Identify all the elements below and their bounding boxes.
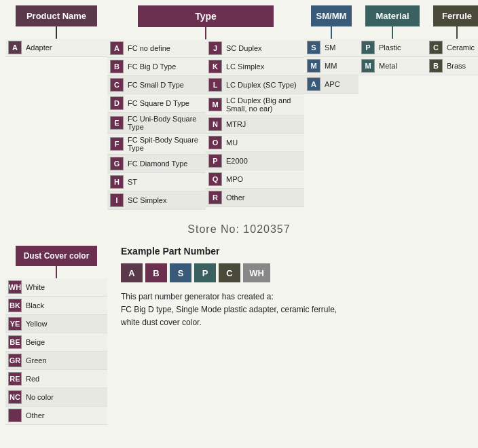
code-box: I: [110, 193, 124, 207]
smm-connector: [331, 26, 332, 39]
pn-box-p: P: [194, 263, 216, 282]
row-label: FC Square D Type: [128, 99, 189, 107]
code-box: S: [307, 41, 320, 54]
type-header-box: Type: [107, 5, 304, 39]
col-material: Material PPlasticMMetal: [358, 5, 426, 210]
row-label: Beige: [26, 338, 45, 346]
code-box: M: [208, 98, 222, 111]
row-label: MM: [325, 62, 337, 70]
code-box: E: [110, 116, 124, 130]
example-title: Example Part Number: [121, 246, 473, 257]
row-label: Brass: [447, 62, 466, 70]
code-box: NC: [8, 390, 22, 404]
pn-box-c: C: [219, 263, 240, 282]
type-header: Type: [138, 5, 274, 27]
pn-box-a: A: [121, 263, 143, 282]
code-box: F: [110, 137, 124, 151]
code-box: D: [110, 96, 124, 110]
row-label: ST: [128, 178, 137, 186]
code-box: P: [361, 41, 375, 54]
list-item: AAdapter: [5, 39, 107, 57]
row-label: FC Big D Type: [128, 62, 176, 71]
material-connector: [392, 26, 393, 39]
type-left-rows: AFC no defineBFC Big D TypeCFC Small D T…: [107, 39, 206, 210]
example-description: This part number generator has created a…: [121, 291, 473, 330]
code-box: [8, 409, 22, 422]
code-box: YE: [8, 317, 22, 331]
list-item: DFC Square D Type: [107, 94, 206, 113]
type-right-rows: JSC DuplexKLC SimplexLLC Duplex (SC Type…: [206, 39, 304, 210]
code-box: L: [208, 78, 222, 92]
row-label: White: [26, 283, 45, 291]
code-box: C: [110, 78, 124, 92]
code-box: A: [8, 41, 22, 54]
material-header-box: Material: [358, 5, 426, 39]
example-section: Example Part Number A B S P C WH This pa…: [121, 246, 473, 425]
code-box: A: [307, 77, 320, 91]
row-label: LC Simplex: [226, 62, 264, 71]
list-item: WHWhite: [5, 278, 107, 297]
ferrule-header: Ferrule: [433, 5, 478, 26]
dust-connector: [56, 266, 57, 278]
list-item: GRGreen: [5, 352, 107, 370]
product-rows: AAdapter: [5, 39, 107, 57]
pn-box-b: B: [145, 263, 167, 282]
row-label: FC Uni-Body Square Type: [128, 115, 203, 131]
type-connector: [205, 27, 206, 39]
row-label: MTRJ: [226, 120, 246, 128]
list-item: CFC Small D Type: [107, 76, 206, 94]
material-rows: PPlasticMMetal: [358, 39, 426, 75]
smm-rows: SSMMMMAAPC: [304, 39, 358, 94]
row-label: FC no define: [128, 44, 170, 52]
list-item: NMTRJ: [206, 115, 304, 134]
material-header: Material: [365, 5, 420, 26]
code-box: J: [208, 41, 222, 55]
pn-box-s: S: [170, 263, 191, 282]
row-label: Yellow: [26, 320, 47, 328]
smm-header: SM/MM: [311, 5, 352, 26]
code-box: P: [208, 154, 222, 168]
ferrule-connector: [456, 26, 458, 39]
code-box: M: [361, 59, 375, 73]
list-item: AAPC: [304, 75, 358, 94]
list-item: MMetal: [358, 57, 426, 75]
code-box: Q: [208, 172, 222, 186]
code-box: N: [208, 117, 222, 131]
dust-cover-header: Dust Cover color: [16, 246, 97, 266]
col-type: Type AFC no defineBFC Big D TypeCFC Smal…: [107, 5, 304, 210]
list-item: BEBeige: [5, 333, 107, 352]
list-item: GFC Diamond Type: [107, 155, 206, 173]
row-label: SM: [325, 43, 336, 52]
row-label: No color: [26, 393, 54, 401]
list-item: BKBlack: [5, 297, 107, 315]
list-item: MMM: [304, 57, 358, 75]
code-box: WH: [8, 280, 22, 294]
row-label: Ceramic: [447, 43, 475, 52]
store-number: Store No: 1020357: [5, 223, 473, 236]
product-name-connector: [56, 26, 57, 39]
list-item: SSM: [304, 39, 358, 57]
code-box: K: [208, 60, 222, 73]
code-box: R: [208, 191, 222, 204]
list-item: ISC Simplex: [107, 191, 206, 210]
list-item: Other: [5, 407, 107, 425]
code-box: GR: [8, 354, 22, 367]
list-item: MLC Duplex (Big and Small, no ear): [206, 94, 304, 115]
part-number-boxes: A B S P C WH: [121, 263, 473, 282]
list-item: LLC Duplex (SC Type): [206, 76, 304, 94]
list-item: JSC Duplex: [206, 39, 304, 58]
code-box: BK: [8, 299, 22, 312]
code-box: C: [429, 41, 443, 54]
row-label: FC Small D Type: [128, 81, 184, 89]
row-label: E2000: [226, 157, 248, 165]
row-label: Red: [26, 375, 39, 383]
row-label: MU: [226, 138, 238, 147]
list-item: PPlastic: [358, 39, 426, 57]
list-item: ROther: [206, 189, 304, 207]
dust-rows: WHWhiteBKBlackYEYellowBEBeigeGRGreenRERe…: [5, 278, 107, 425]
list-item: BFC Big D Type: [107, 58, 206, 76]
ferrule-rows: CCeramicBBrass: [426, 39, 478, 75]
code-box: H: [110, 175, 124, 189]
code-box: A: [110, 41, 124, 55]
row-label: MPO: [226, 175, 243, 183]
